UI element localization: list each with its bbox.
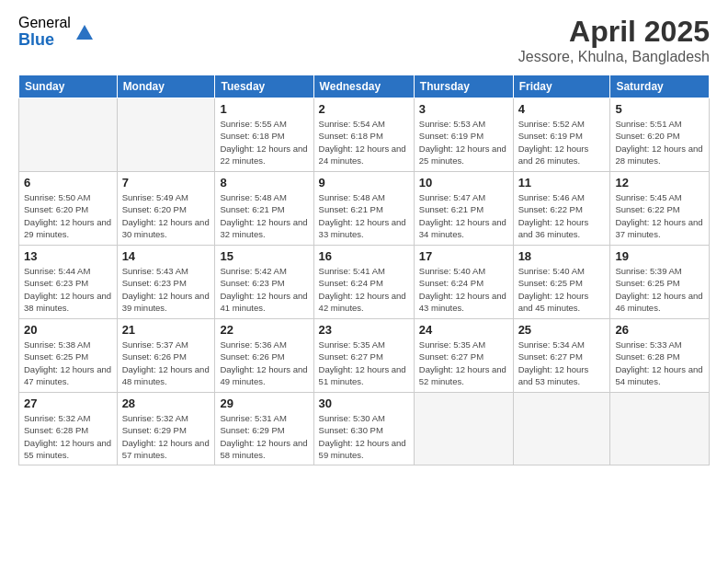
- table-row: [414, 393, 513, 465]
- day-number: 22: [220, 323, 308, 337]
- logo-general: General: [18, 15, 71, 31]
- day-number: 13: [24, 249, 112, 263]
- day-info: Sunrise: 5:55 AM Sunset: 6:18 PM Dayligh…: [220, 118, 308, 167]
- table-row: 7Sunrise: 5:49 AM Sunset: 6:20 PM Daylig…: [117, 172, 215, 246]
- day-info: Sunrise: 5:49 AM Sunset: 6:20 PM Dayligh…: [122, 191, 210, 240]
- table-row: 28Sunrise: 5:32 AM Sunset: 6:29 PM Dayli…: [117, 393, 215, 465]
- day-number: 9: [319, 176, 409, 190]
- day-number: 25: [518, 323, 606, 337]
- svg-marker-0: [76, 25, 93, 40]
- day-number: 29: [220, 396, 308, 410]
- day-number: 6: [24, 176, 112, 190]
- day-info: Sunrise: 5:32 AM Sunset: 6:28 PM Dayligh…: [24, 412, 112, 461]
- day-info: Sunrise: 5:36 AM Sunset: 6:26 PM Dayligh…: [220, 339, 308, 387]
- day-info: Sunrise: 5:48 AM Sunset: 6:21 PM Dayligh…: [220, 191, 308, 240]
- table-row: 23Sunrise: 5:35 AM Sunset: 6:27 PM Dayli…: [313, 319, 414, 393]
- table-row: 17Sunrise: 5:40 AM Sunset: 6:24 PM Dayli…: [414, 246, 513, 319]
- day-number: 4: [518, 102, 606, 116]
- table-row: 3Sunrise: 5:53 AM Sunset: 6:19 PM Daylig…: [414, 98, 513, 172]
- table-row: 19Sunrise: 5:39 AM Sunset: 6:25 PM Dayli…: [610, 246, 710, 319]
- day-number: 21: [122, 323, 210, 337]
- day-number: 27: [24, 396, 112, 410]
- day-info: Sunrise: 5:35 AM Sunset: 6:27 PM Dayligh…: [419, 339, 508, 387]
- day-number: 16: [319, 249, 409, 263]
- col-saturday: Saturday: [610, 75, 710, 98]
- col-sunday: Sunday: [19, 75, 118, 98]
- day-number: 17: [419, 249, 508, 263]
- day-number: 30: [319, 396, 409, 410]
- table-row: 6Sunrise: 5:50 AM Sunset: 6:20 PM Daylig…: [19, 172, 118, 246]
- day-info: Sunrise: 5:31 AM Sunset: 6:29 PM Dayligh…: [220, 412, 308, 461]
- day-info: Sunrise: 5:53 AM Sunset: 6:19 PM Dayligh…: [419, 118, 508, 167]
- day-info: Sunrise: 5:43 AM Sunset: 6:23 PM Dayligh…: [122, 265, 210, 314]
- day-number: 23: [319, 323, 409, 337]
- day-number: 11: [518, 176, 606, 190]
- day-number: 28: [122, 396, 210, 410]
- col-tuesday: Tuesday: [215, 75, 313, 98]
- day-number: 2: [319, 102, 409, 116]
- table-row: 30Sunrise: 5:30 AM Sunset: 6:30 PM Dayli…: [313, 393, 414, 465]
- table-row: 27Sunrise: 5:32 AM Sunset: 6:28 PM Dayli…: [19, 393, 118, 465]
- day-info: Sunrise: 5:40 AM Sunset: 6:24 PM Dayligh…: [419, 265, 508, 314]
- table-row: 24Sunrise: 5:35 AM Sunset: 6:27 PM Dayli…: [414, 319, 513, 393]
- day-info: Sunrise: 5:39 AM Sunset: 6:25 PM Dayligh…: [615, 265, 704, 314]
- day-info: Sunrise: 5:42 AM Sunset: 6:23 PM Dayligh…: [220, 265, 308, 314]
- day-info: Sunrise: 5:51 AM Sunset: 6:20 PM Dayligh…: [615, 118, 704, 167]
- day-number: 1: [220, 102, 308, 116]
- logo-blue: Blue: [18, 31, 71, 50]
- day-info: Sunrise: 5:50 AM Sunset: 6:20 PM Dayligh…: [24, 191, 112, 240]
- table-row: 9Sunrise: 5:48 AM Sunset: 6:21 PM Daylig…: [313, 172, 414, 246]
- day-info: Sunrise: 5:32 AM Sunset: 6:29 PM Dayligh…: [122, 412, 210, 461]
- table-row: 22Sunrise: 5:36 AM Sunset: 6:26 PM Dayli…: [215, 319, 313, 393]
- table-row: [117, 98, 215, 172]
- day-info: Sunrise: 5:30 AM Sunset: 6:30 PM Dayligh…: [319, 412, 409, 461]
- table-row: 13Sunrise: 5:44 AM Sunset: 6:23 PM Dayli…: [19, 246, 118, 319]
- day-number: 8: [220, 176, 308, 190]
- day-info: Sunrise: 5:46 AM Sunset: 6:22 PM Dayligh…: [518, 191, 606, 240]
- day-info: Sunrise: 5:48 AM Sunset: 6:21 PM Dayligh…: [319, 191, 409, 240]
- table-row: 8Sunrise: 5:48 AM Sunset: 6:21 PM Daylig…: [215, 172, 313, 246]
- calendar-subtitle: Jessore, Khulna, Bangladesh: [518, 49, 710, 65]
- day-number: 5: [615, 102, 704, 116]
- table-row: [513, 393, 610, 465]
- day-info: Sunrise: 5:40 AM Sunset: 6:25 PM Dayligh…: [518, 265, 606, 314]
- day-number: 7: [122, 176, 210, 190]
- calendar-table: Sunday Monday Tuesday Wednesday Thursday…: [18, 75, 710, 465]
- table-row: 12Sunrise: 5:45 AM Sunset: 6:22 PM Dayli…: [610, 172, 710, 246]
- calendar-header-row: Sunday Monday Tuesday Wednesday Thursday…: [19, 75, 710, 98]
- title-block: April 2025 Jessore, Khulna, Bangladesh: [518, 15, 710, 65]
- header: General Blue April 2025 Jessore, Khulna,…: [18, 15, 710, 65]
- day-number: 24: [419, 323, 508, 337]
- day-info: Sunrise: 5:44 AM Sunset: 6:23 PM Dayligh…: [24, 265, 112, 314]
- day-info: Sunrise: 5:41 AM Sunset: 6:24 PM Dayligh…: [319, 265, 409, 314]
- day-number: 18: [518, 249, 606, 263]
- table-row: 25Sunrise: 5:34 AM Sunset: 6:27 PM Dayli…: [513, 319, 610, 393]
- col-thursday: Thursday: [414, 75, 513, 98]
- table-row: 21Sunrise: 5:37 AM Sunset: 6:26 PM Dayli…: [117, 319, 215, 393]
- day-info: Sunrise: 5:47 AM Sunset: 6:21 PM Dayligh…: [419, 191, 508, 240]
- col-wednesday: Wednesday: [313, 75, 414, 98]
- day-info: Sunrise: 5:37 AM Sunset: 6:26 PM Dayligh…: [122, 339, 210, 387]
- day-number: 19: [615, 249, 704, 263]
- table-row: 29Sunrise: 5:31 AM Sunset: 6:29 PM Dayli…: [215, 393, 313, 465]
- table-row: [19, 98, 118, 172]
- day-info: Sunrise: 5:54 AM Sunset: 6:18 PM Dayligh…: [319, 118, 409, 167]
- table-row: 4Sunrise: 5:52 AM Sunset: 6:19 PM Daylig…: [513, 98, 610, 172]
- day-number: 26: [615, 323, 704, 337]
- table-row: 15Sunrise: 5:42 AM Sunset: 6:23 PM Dayli…: [215, 246, 313, 319]
- logo-icon: [74, 23, 95, 43]
- table-row: 10Sunrise: 5:47 AM Sunset: 6:21 PM Dayli…: [414, 172, 513, 246]
- logo-text: General Blue: [18, 15, 71, 49]
- table-row: [610, 393, 710, 465]
- col-friday: Friday: [513, 75, 610, 98]
- table-row: 18Sunrise: 5:40 AM Sunset: 6:25 PM Dayli…: [513, 246, 610, 319]
- table-row: 11Sunrise: 5:46 AM Sunset: 6:22 PM Dayli…: [513, 172, 610, 246]
- table-row: 20Sunrise: 5:38 AM Sunset: 6:25 PM Dayli…: [19, 319, 118, 393]
- day-info: Sunrise: 5:45 AM Sunset: 6:22 PM Dayligh…: [615, 191, 704, 240]
- day-number: 14: [122, 249, 210, 263]
- day-number: 20: [24, 323, 112, 337]
- day-number: 3: [419, 102, 508, 116]
- day-info: Sunrise: 5:33 AM Sunset: 6:28 PM Dayligh…: [615, 339, 704, 387]
- table-row: 5Sunrise: 5:51 AM Sunset: 6:20 PM Daylig…: [610, 98, 710, 172]
- calendar-title: April 2025: [518, 15, 710, 49]
